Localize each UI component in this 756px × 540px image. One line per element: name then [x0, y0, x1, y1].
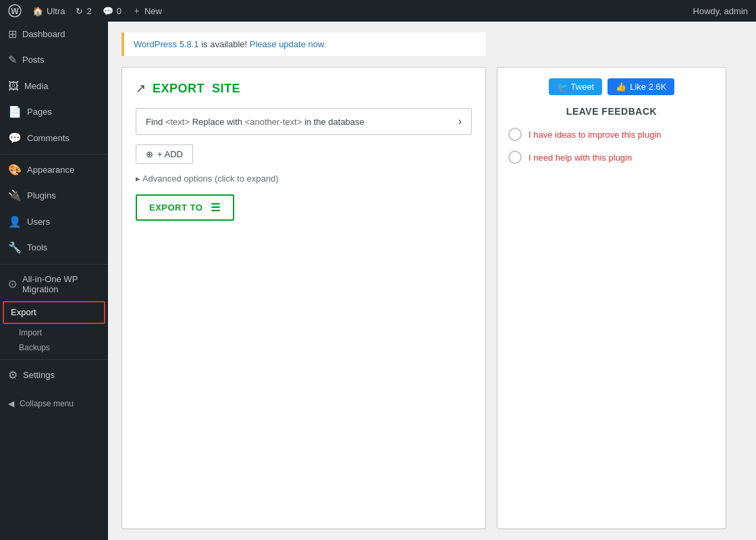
sidebar-label-pages: Pages [27, 106, 52, 118]
update-now-link[interactable]: Please update now. [250, 39, 326, 49]
sidebar-label-all-in-one: All-in-One WP Migration [22, 274, 100, 294]
sidebar-divider-3 [0, 359, 108, 360]
comments-count: 0 [117, 6, 122, 16]
posts-icon: ✎ [8, 53, 17, 68]
pages-icon: 📄 [8, 105, 22, 119]
another-tag: <another-text> [245, 117, 302, 127]
add-button[interactable]: ⊕ + ADD [136, 144, 193, 164]
sidebar-divider-1 [0, 154, 108, 155]
tweet-label: Tweet [571, 82, 595, 92]
replace-label: Replace with [192, 117, 245, 127]
wp-version-link[interactable]: WordPress 5.8.1 [134, 39, 199, 49]
feedback-label-help: I need help with this plugin [529, 153, 632, 163]
site-name-item[interactable]: 🏠 Ultra [32, 6, 65, 16]
advanced-hint: (click to expand) [215, 173, 279, 184]
feedback-option-help[interactable]: I need help with this plugin [508, 151, 715, 164]
comments-item[interactable]: 💬 0 [103, 6, 122, 16]
sidebar-item-posts[interactable]: ✎ Posts [0, 47, 108, 73]
topbar: W 🏠 Ultra ↻ 2 💬 0 ＋ New Howdy, admin [0, 0, 756, 22]
sidebar-item-import[interactable]: Import [0, 325, 108, 340]
sidebar-item-backups[interactable]: Backups [0, 340, 108, 355]
hamburger-icon: ☰ [211, 201, 221, 214]
site-word: SITE [212, 82, 240, 95]
chevron-right-icon: › [458, 115, 462, 128]
sidebar-item-dashboard[interactable]: ⊞ Dashboard [0, 22, 108, 47]
sidebar-label-posts: Posts [22, 54, 45, 66]
all-in-one-section: ⊙ All-in-One WP Migration Export Import … [0, 267, 108, 356]
find-replace-text: Find <text> Replace with <another-text> … [146, 117, 364, 127]
tweet-button[interactable]: 🐦 Tweet [549, 78, 603, 95]
radio-ideas[interactable] [508, 128, 522, 141]
sidebar-item-all-in-one[interactable]: ⊙ All-in-One WP Migration [0, 269, 108, 300]
collapse-label: Collapse menu [20, 399, 74, 408]
howdy-text: Howdy, admin [693, 6, 748, 16]
add-label: + ADD [157, 149, 183, 159]
updates-item[interactable]: ↻ 2 [76, 6, 91, 16]
sidebar-label-plugins: Plugins [27, 190, 56, 202]
sidebar-label-export: Export [11, 306, 36, 319]
like-label: Like 2.6K [630, 82, 666, 92]
export-to-button[interactable]: EXPORT TO ☰ [136, 194, 234, 221]
updates-count: 2 [86, 6, 91, 16]
comments-icon: 💬 [103, 6, 113, 16]
updates-icon: ↻ [76, 6, 83, 16]
sidebar-label-users: Users [27, 216, 50, 228]
sidebar-item-appearance[interactable]: 🎨 Appearance [0, 157, 108, 183]
export-share-icon: ↗ [136, 81, 146, 96]
notice-available-text: is available! [201, 39, 247, 49]
like-button[interactable]: 👍 Like 2.6K [608, 78, 674, 95]
sidebar-label-comments: Comments [27, 132, 70, 144]
sidebar-label-import: Import [19, 328, 42, 338]
feedback-label-ideas: I have ideas to improve this plugin [529, 130, 662, 140]
sidebar-item-export[interactable]: Export [3, 301, 105, 324]
leave-feedback-title: LEAVE FEEDBACK [508, 106, 715, 117]
find-replace-row[interactable]: Find <text> Replace with <another-text> … [136, 108, 472, 135]
settings-icon: ⚙ [8, 368, 18, 383]
sidebar-item-media[interactable]: 🖼 Media [0, 74, 108, 99]
appearance-icon: 🎨 [8, 163, 22, 178]
sidebar-item-plugins[interactable]: 🔌 Plugins [0, 183, 108, 209]
update-notice: WordPress 5.8.1 is available! Please upd… [122, 32, 486, 56]
facebook-icon: 👍 [616, 82, 626, 92]
svg-text:W: W [11, 7, 19, 16]
all-in-one-icon: ⊙ [8, 277, 17, 290]
text-tag: <text> [165, 117, 190, 127]
advanced-options-toggle[interactable]: ▸ Advanced options (click to expand) [136, 173, 472, 184]
export-panel: ↗ EXPORT SITE Find <text> Replace with <… [122, 67, 486, 529]
content-area: ↗ EXPORT SITE Find <text> Replace with <… [122, 67, 742, 529]
users-icon: 👤 [8, 215, 22, 230]
wp-logo-item[interactable]: W [8, 4, 22, 18]
plugins-icon: 🔌 [8, 188, 22, 203]
export-word: EXPORT [153, 82, 205, 95]
sidebar-label-media: Media [24, 80, 48, 92]
main-content: WordPress 5.8.1 is available! Please upd… [108, 22, 756, 540]
sidebar-item-pages[interactable]: 📄 Pages [0, 99, 108, 125]
sidebar-label-backups: Backups [19, 343, 50, 352]
sidebar-item-settings[interactable]: ⚙ Settings [0, 362, 108, 388]
new-item[interactable]: ＋ New [132, 5, 162, 17]
radio-help[interactable] [508, 151, 522, 164]
right-panel: 🐦 Tweet 👍 Like 2.6K LEAVE FEEDBACK I hav… [497, 67, 726, 529]
sidebar-item-tools[interactable]: 🔧 Tools [0, 235, 108, 261]
dashboard-icon: ⊞ [8, 27, 17, 42]
sidebar-divider-2 [0, 264, 108, 265]
sidebar: ⊞ Dashboard ✎ Posts 🖼 Media 📄 Pages 💬 Co… [0, 22, 108, 540]
twitter-icon: 🐦 [557, 82, 568, 92]
home-icon: 🏠 [32, 6, 43, 16]
site-name: Ultra [47, 6, 65, 16]
sidebar-label-tools: Tools [27, 242, 47, 254]
comments-sidebar-icon: 💬 [8, 131, 22, 146]
sidebar-item-comments[interactable]: 💬 Comments [0, 126, 108, 151]
collapse-icon: ◀ [8, 399, 14, 408]
sidebar-item-users[interactable]: 👤 Users [0, 209, 108, 235]
wp-icon: W [8, 4, 22, 18]
export-title-text: EXPORT SITE [153, 82, 240, 96]
sidebar-label-appearance: Appearance [27, 164, 74, 176]
collapse-menu-item[interactable]: ◀ Collapse menu [0, 394, 108, 414]
advanced-label: ▸ Advanced options [136, 173, 212, 184]
feedback-option-ideas[interactable]: I have ideas to improve this plugin [508, 128, 715, 141]
find-label: Find [146, 117, 165, 127]
social-buttons: 🐦 Tweet 👍 Like 2.6K [508, 78, 715, 95]
add-plus-icon: ⊕ [146, 149, 153, 159]
new-label: New [144, 6, 162, 16]
